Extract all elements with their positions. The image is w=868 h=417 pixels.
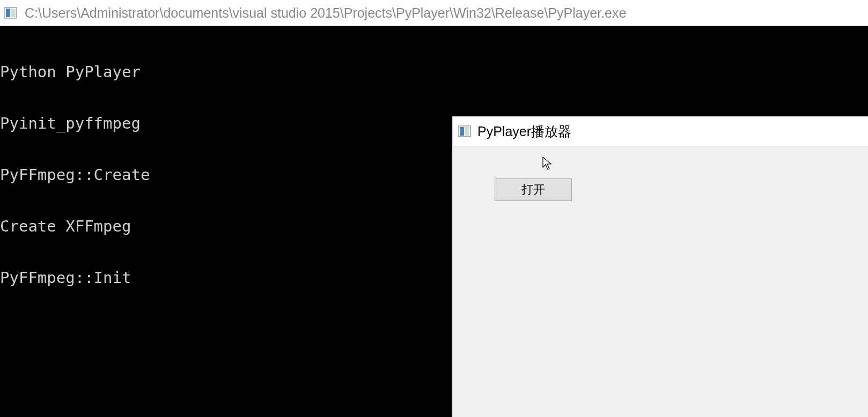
dialog-client-area: 打开: [453, 146, 868, 417]
console-titlebar[interactable]: C:\Users\Administrator\documents\visual …: [0, 0, 868, 26]
dialog-title-text: PyPlayer播放器: [477, 123, 571, 140]
pyplayer-dialog-window[interactable]: PyPlayer播放器 打开: [453, 116, 868, 417]
open-button[interactable]: 打开: [495, 178, 572, 201]
svg-rect-4: [460, 127, 464, 136]
svg-rect-1: [6, 9, 10, 17]
dialog-app-icon: [458, 125, 471, 138]
console-title-text: C:\Users\Administrator\documents\visual …: [25, 5, 626, 21]
console-line: Python PyPlayer: [0, 63, 868, 80]
dialog-titlebar[interactable]: PyPlayer播放器: [453, 117, 868, 146]
svg-rect-2: [11, 9, 16, 17]
svg-rect-5: [465, 127, 469, 136]
console-app-icon: [4, 6, 17, 19]
